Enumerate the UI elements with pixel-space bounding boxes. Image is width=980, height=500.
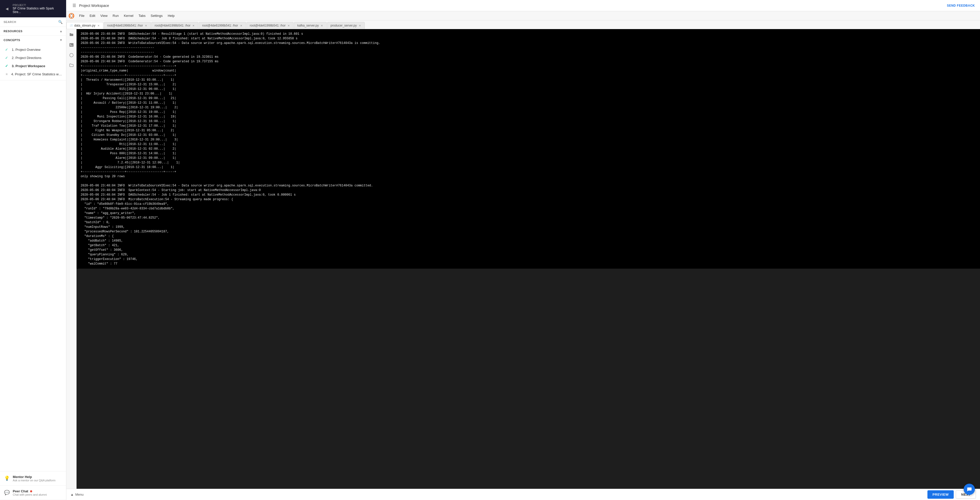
sidebar-item-label-4: 4. Project: SF Crime Statistics with Sp.… (11, 72, 62, 76)
sidebar-item-project-directions[interactable]: ✓ 2. Project Directions (0, 54, 66, 62)
tab-label-kafka: kafka_server.py (298, 24, 319, 27)
tab-close-root-1[interactable]: ✕ (145, 24, 148, 27)
sidebar-item-project-workspace[interactable]: ✓ 3. Project Workspace (0, 62, 66, 70)
sidebar-peer-content: Peer Chat Chat with peers and alumni (13, 489, 47, 496)
tab-label-producer: producer_server.py (331, 24, 357, 27)
svg-point-1 (71, 14, 72, 15)
tab-label-root-3: root@4de61998b541: /hor (202, 24, 238, 27)
sidebar-peer-title: Peer Chat (13, 489, 47, 493)
sidebar-concepts-section: CONCEPTS ▼ ✓ 1. Project Overview ✓ 2. Pr… (0, 36, 66, 80)
menu-run[interactable]: Run (110, 12, 121, 19)
tab-icon-data-stream: 📄 (70, 24, 73, 27)
star-icon-4: ★ (5, 72, 9, 76)
tab-data-stream[interactable]: 📄 data_stream.py ✕ (66, 22, 103, 29)
sidebar-resources-label: RESOURCES (3, 30, 22, 33)
menu-label: Menu (75, 493, 84, 497)
tab-root-1[interactable]: root@4de61998b541: /hor ✕ (104, 22, 151, 29)
sidebar-project-title: SF Crime Statistics with Spark Stre... (13, 6, 62, 14)
menu-tabs[interactable]: Tabs (136, 12, 148, 19)
workspace: 2020-05-06 23:48:04 INFO DAGScheduler:54… (66, 29, 980, 489)
svg-point-2 (71, 17, 72, 18)
search-icon[interactable]: 🔍 (58, 20, 62, 24)
sidebar-item-project-sf[interactable]: ★ 4. Project: SF Crime Statistics with S… (0, 70, 66, 78)
tab-label-root-4: root@4de61998b541: /hor (250, 24, 286, 27)
tabs-bar: 📄 data_stream.py ✕ root@4de61998b541: /h… (66, 21, 980, 29)
mentor-icon: 💡 (4, 476, 10, 481)
sidebar-mentor-subtitle: Ask a mentor on our Q&A platform (13, 479, 56, 482)
sidebar-peer-chat[interactable]: 💬 Peer Chat Chat with peers and alumni (0, 486, 66, 500)
main-panel: ☰ Project Workspace SEND FEEDBACK File E… (66, 0, 980, 500)
sidebar-resources-section: RESOURCES ▲ (0, 27, 66, 36)
sidebar-item-project-overview[interactable]: ✓ 1. Project Overview (0, 45, 66, 54)
jupyter-menu: File Edit View Run Kernel Tabs Settings … (76, 12, 177, 19)
menu-help[interactable]: Help (165, 12, 177, 19)
terminal-icon[interactable] (68, 42, 75, 48)
tab-label-root-1: root@4de61998b541: /hor (107, 24, 143, 27)
tab-label-root-2: root@4de61998b541: /hor (155, 24, 190, 27)
sidebar-item-label-2: 2. Project Directions (12, 56, 41, 60)
svg-point-5 (69, 14, 71, 16)
send-feedback-button[interactable]: SEND FEEDBACK (947, 4, 975, 7)
sidebar: ◀ Project: SF Crime Statistics with Spar… (0, 0, 66, 500)
bottom-bar: ▲ Menu PREVIEW NEXT (66, 489, 980, 500)
resources-expand-icon: ▲ (59, 29, 62, 33)
tab-close-kafka[interactable]: ✕ (320, 24, 323, 27)
tab-root-3[interactable]: root@4de61998b541: /hor ✕ (199, 22, 246, 29)
concepts-expand-icon: ▼ (59, 38, 62, 42)
sidebar-mentor-title: Mentor Help (13, 475, 56, 479)
menu-settings[interactable]: Settings (148, 12, 165, 19)
sidebar-item-label-3: 3. Project Workspace (12, 64, 45, 68)
tab-label-data-stream: data_stream.py (74, 24, 95, 27)
svg-point-3 (69, 16, 71, 17)
check-icon-3: ✓ (5, 64, 9, 68)
check-icon-1: ✓ (5, 48, 9, 51)
sidebar-item-label-1: 1. Project Overview (12, 48, 41, 51)
sidebar-search-label: SEARCH (3, 21, 16, 24)
tab-close-root-4[interactable]: ✕ (287, 24, 290, 27)
topbar: ☰ Project Workspace SEND FEEDBACK (66, 0, 980, 11)
svg-point-8 (70, 53, 73, 57)
svg-point-6 (73, 14, 74, 16)
tab-root-4[interactable]: root@4de61998b541: /hor ✕ (247, 22, 293, 29)
svg-rect-7 (69, 43, 73, 47)
hamburger-icon[interactable]: ☰ (72, 2, 77, 9)
online-indicator (30, 490, 32, 492)
topbar-left: ☰ Project Workspace (72, 2, 109, 9)
preview-button[interactable]: PREVIEW (928, 490, 954, 499)
tab-close-producer[interactable]: ✕ (358, 24, 361, 27)
jupyter-menubar: File Edit View Run Kernel Tabs Settings … (66, 11, 980, 21)
tab-producer[interactable]: producer_server.py ✕ (327, 22, 365, 29)
peer-chat-icon: 💬 (4, 490, 10, 495)
menu-edit[interactable]: Edit (87, 12, 98, 19)
left-toolbar (66, 29, 76, 489)
topbar-title: Project Workspace (79, 3, 109, 8)
sidebar-resources-header[interactable]: RESOURCES ▲ (0, 27, 66, 35)
terminal-output-area[interactable]: 2020-05-06 23:48:04 INFO DAGScheduler:54… (76, 29, 980, 489)
tab-kafka[interactable]: kafka_server.py ✕ (294, 22, 327, 29)
svg-point-4 (73, 16, 74, 17)
tab-close-root-2[interactable]: ✕ (192, 24, 195, 27)
chat-bubble-button[interactable] (964, 484, 975, 495)
menu-button[interactable]: ▲ Menu (70, 493, 83, 497)
menu-file[interactable]: File (76, 12, 87, 19)
sidebar-concepts-header[interactable]: CONCEPTS ▼ (0, 36, 66, 45)
menu-view[interactable]: View (98, 12, 110, 19)
folder-icon[interactable] (68, 31, 75, 38)
sidebar-project-info: Project: SF Crime Statistics with Spark … (13, 3, 62, 14)
tab-root-2[interactable]: root@4de61998b541: /hor ✕ (151, 22, 198, 29)
tab-close-root-3[interactable]: ✕ (240, 24, 243, 27)
sidebar-search-section: SEARCH 🔍 (0, 18, 66, 27)
sidebar-peer-subtitle: Chat with peers and alumni (13, 493, 47, 496)
new-folder-icon[interactable] (68, 62, 75, 69)
terminal-content: 2020-05-06 23:48:04 INFO DAGScheduler:54… (76, 29, 980, 268)
sidebar-project-label: Project: (13, 3, 62, 6)
sidebar-header: ◀ Project: SF Crime Statistics with Spar… (0, 0, 66, 18)
sidebar-concepts-label: CONCEPTS (3, 38, 20, 42)
sidebar-collapse-button[interactable]: ◀ (4, 6, 10, 12)
menu-kernel[interactable]: Kernel (121, 12, 136, 19)
check-icon-2: ✓ (5, 56, 9, 60)
sidebar-nav-items: ✓ 1. Project Overview ✓ 2. Project Direc… (0, 45, 66, 80)
circle-icon[interactable] (68, 51, 75, 59)
sidebar-mentor-help[interactable]: 💡 Mentor Help Ask a mentor on our Q&A pl… (0, 471, 66, 486)
tab-close-data-stream[interactable]: ✕ (97, 24, 100, 27)
